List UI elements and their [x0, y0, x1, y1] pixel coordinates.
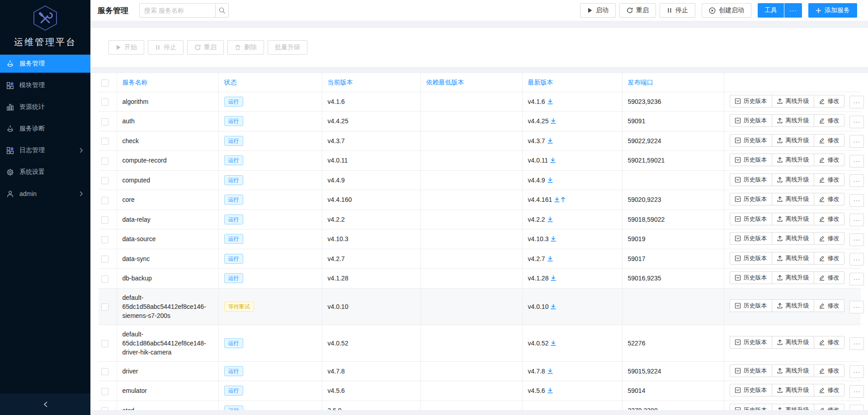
offline-upgrade-button[interactable]: 离线升级: [772, 232, 814, 245]
history-version-button[interactable]: 历史版本: [730, 154, 772, 166]
row-checkbox[interactable]: [101, 407, 108, 410]
edit-button[interactable]: 修改: [814, 299, 844, 312]
sidebar-item-admin[interactable]: admin: [0, 185, 90, 203]
row-checkbox[interactable]: [101, 177, 108, 184]
offline-upgrade-button[interactable]: 离线升级: [772, 384, 814, 396]
edit-button[interactable]: 修改: [814, 271, 844, 284]
select-all-checkbox[interactable]: [101, 79, 108, 87]
history-version-button[interactable]: 历史版本: [730, 173, 772, 186]
sidebar-item-resource-statistics[interactable]: 资源统计: [0, 98, 90, 116]
download-icon[interactable]: [550, 236, 557, 242]
search-button[interactable]: [215, 3, 229, 18]
history-version-button[interactable]: 历史版本: [730, 364, 772, 377]
row-more-button[interactable]: ···: [849, 194, 864, 207]
sidebar-item-log-management[interactable]: 日志管理: [0, 141, 90, 159]
column-header-latest-version[interactable]: 最新版本: [522, 73, 622, 92]
bulk-restart-button[interactable]: 重启: [187, 40, 224, 55]
row-checkbox[interactable]: [101, 118, 108, 126]
row-more-button[interactable]: ···: [849, 405, 864, 410]
row-more-button[interactable]: ···: [849, 337, 864, 350]
sidebar-item-system-settings[interactable]: 系统设置: [0, 163, 90, 181]
offline-upgrade-button[interactable]: 离线升级: [772, 213, 814, 225]
row-checkbox[interactable]: [101, 388, 108, 395]
bulk-start-button[interactable]: 开始: [108, 40, 144, 55]
row-more-button[interactable]: ···: [849, 273, 864, 285]
download-icon[interactable]: [547, 98, 553, 105]
history-version-button[interactable]: 历史版本: [730, 404, 772, 410]
history-version-button[interactable]: 历史版本: [730, 299, 772, 312]
row-checkbox[interactable]: [101, 236, 108, 243]
edit-button[interactable]: 修改: [814, 336, 844, 349]
bulk-stop-button[interactable]: 停止: [148, 40, 184, 55]
restart-services-button[interactable]: 重启: [619, 3, 656, 18]
offline-upgrade-button[interactable]: 离线升级: [772, 252, 814, 265]
download-icon[interactable]: [550, 157, 556, 163]
edit-button[interactable]: 修改: [814, 364, 844, 377]
download-icon[interactable]: [550, 340, 557, 346]
row-more-button[interactable]: ···: [849, 96, 864, 108]
row-checkbox[interactable]: [101, 158, 108, 165]
history-version-button[interactable]: 历史版本: [730, 252, 772, 265]
column-header-ports[interactable]: 发布端口: [622, 73, 724, 92]
download-icon[interactable]: [547, 177, 553, 183]
download-icon[interactable]: [547, 387, 553, 394]
row-more-button[interactable]: ···: [849, 301, 864, 313]
edit-button[interactable]: 修改: [814, 384, 844, 396]
row-more-button[interactable]: ···: [849, 365, 864, 378]
edit-button[interactable]: 修改: [814, 173, 844, 186]
download-icon[interactable]: [550, 275, 557, 281]
row-more-button[interactable]: ···: [849, 253, 864, 266]
offline-upgrade-button[interactable]: 离线升级: [772, 193, 814, 205]
history-version-button[interactable]: 历史版本: [730, 114, 772, 127]
start-services-button[interactable]: 启动: [580, 3, 616, 18]
sidebar-item-service-diagnosis[interactable]: 服务诊断: [0, 120, 90, 138]
history-version-button[interactable]: 历史版本: [730, 95, 772, 107]
offline-upgrade-button[interactable]: 离线升级: [772, 404, 814, 410]
download-icon[interactable]: [547, 138, 553, 144]
stop-services-button[interactable]: 停止: [660, 3, 695, 18]
history-version-button[interactable]: 历史版本: [730, 232, 772, 245]
row-more-button[interactable]: ···: [849, 174, 864, 187]
offline-upgrade-button[interactable]: 离线升级: [772, 271, 814, 284]
row-checkbox[interactable]: [101, 340, 108, 347]
offline-upgrade-button[interactable]: 离线升级: [772, 173, 814, 186]
history-version-button[interactable]: 历史版本: [730, 336, 772, 349]
row-checkbox[interactable]: [101, 98, 108, 106]
edit-button[interactable]: 修改: [814, 134, 844, 147]
history-version-button[interactable]: 历史版本: [730, 193, 772, 205]
row-more-button[interactable]: ···: [849, 155, 864, 168]
offline-upgrade-button[interactable]: 离线升级: [772, 364, 814, 377]
column-header-service-name[interactable]: 服务名称: [117, 73, 218, 92]
history-version-button[interactable]: 历史版本: [730, 213, 772, 225]
column-header-status[interactable]: 状态: [218, 73, 322, 92]
row-checkbox[interactable]: [101, 368, 108, 375]
row-checkbox[interactable]: [101, 256, 108, 263]
offline-upgrade-button[interactable]: 离线升级: [772, 114, 814, 127]
row-checkbox[interactable]: [101, 216, 108, 224]
search-input[interactable]: [139, 3, 215, 18]
add-service-button[interactable]: 添加服务: [808, 3, 857, 18]
column-header-min-dependency[interactable]: 依赖最低版本: [420, 73, 522, 92]
download-icon[interactable]: [547, 256, 553, 262]
edit-button[interactable]: 修改: [814, 232, 844, 245]
sidebar-collapse-button[interactable]: [0, 393, 90, 415]
edit-button[interactable]: 修改: [814, 95, 844, 107]
download-icon[interactable]: [547, 216, 553, 223]
edit-button[interactable]: 修改: [814, 193, 844, 205]
download-icon[interactable]: [550, 303, 557, 310]
offline-upgrade-button[interactable]: 离线升级: [772, 154, 814, 166]
tools-more-button[interactable]: ···: [784, 3, 802, 18]
history-version-button[interactable]: 历史版本: [730, 134, 772, 147]
tools-button[interactable]: 工具: [758, 3, 784, 18]
row-checkbox[interactable]: [101, 197, 108, 204]
row-checkbox[interactable]: [101, 138, 108, 145]
row-more-button[interactable]: ···: [849, 385, 864, 398]
edit-button[interactable]: 修改: [814, 154, 844, 166]
sidebar-item-service-management[interactable]: 服务管理: [0, 55, 90, 73]
edit-button[interactable]: 修改: [814, 114, 844, 127]
column-header-current-version[interactable]: 当前版本: [322, 73, 420, 92]
offline-upgrade-button[interactable]: 离线升级: [772, 95, 814, 107]
row-checkbox[interactable]: [101, 275, 108, 283]
download-icon[interactable]: [554, 196, 560, 203]
history-version-button[interactable]: 历史版本: [730, 384, 772, 396]
